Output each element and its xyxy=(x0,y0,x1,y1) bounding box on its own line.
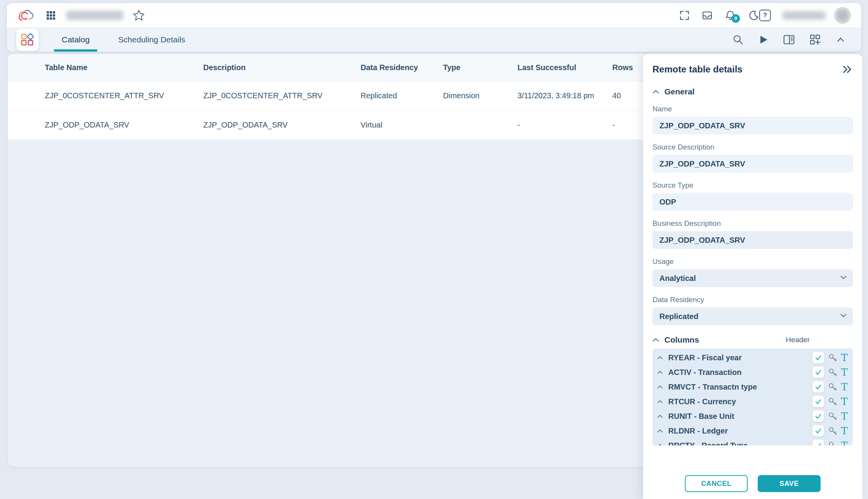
chevron-up-icon[interactable] xyxy=(657,400,663,403)
key-icon[interactable] xyxy=(828,426,838,436)
chevron-down-icon xyxy=(840,313,847,318)
usage-select[interactable]: Analytical xyxy=(652,269,853,287)
help-glyph: ? xyxy=(763,12,767,19)
column-header-description[interactable]: Description xyxy=(203,63,361,72)
column-header-data-residency[interactable]: Data Residency xyxy=(361,63,443,72)
tab-strip: Catalog Scheduling Details xyxy=(54,27,193,52)
header-checkbox-checked[interactable] xyxy=(812,440,824,445)
collapse-panel-double-chevron-icon[interactable] xyxy=(842,64,853,75)
catalog-app-icon xyxy=(21,33,34,46)
panel-title: Remote table details xyxy=(652,64,742,75)
text-type-icon[interactable]: T xyxy=(841,382,848,392)
column-name-label: RRCTY - Record Type xyxy=(668,441,748,446)
active-tab-underline xyxy=(54,49,97,52)
usage-select-value: Analytical xyxy=(659,274,696,283)
add-widget-grid-plus-icon[interactable] xyxy=(809,34,821,45)
column-name-label: RYEAR - Fiscal year xyxy=(668,353,742,362)
cell-description: ZJP_0COSTCENTER_ATTR_SRV xyxy=(203,91,361,100)
column-list-item[interactable]: RLDNR - Ledger T xyxy=(652,423,853,438)
chevron-up-icon[interactable] xyxy=(657,414,663,418)
column-header-type[interactable]: Type xyxy=(443,63,517,72)
notification-count-badge: 0 xyxy=(731,14,740,23)
key-icon[interactable] xyxy=(828,412,838,421)
app-window: 0 ? xyxy=(0,0,868,499)
remote-table-details-panel: Remote table details General Name ZJP_OD… xyxy=(643,54,862,499)
business-description-field[interactable]: ZJP_ODP_ODATA_SRV xyxy=(652,231,853,249)
tab-scheduling-details-label: Scheduling Details xyxy=(118,35,185,44)
help-icon[interactable]: ? xyxy=(759,10,771,21)
text-type-icon[interactable]: T xyxy=(841,440,848,445)
name-field-value: ZJP_ODP_ODATA_SRV xyxy=(659,121,745,130)
chevron-up-icon[interactable] xyxy=(657,444,663,445)
text-type-icon[interactable]: T xyxy=(841,397,848,407)
column-list-item[interactable]: RMVCT - Transactn type T xyxy=(652,380,853,394)
header-checkbox-checked[interactable] xyxy=(812,366,824,378)
chevron-up-icon[interactable] xyxy=(657,385,663,389)
header-checkbox-checked[interactable] xyxy=(812,381,824,393)
run-play-icon[interactable] xyxy=(758,35,769,45)
key-icon[interactable] xyxy=(828,368,838,377)
datasphere-logo[interactable] xyxy=(17,8,35,23)
user-avatar[interactable] xyxy=(834,7,851,24)
text-type-icon[interactable]: T xyxy=(841,411,848,421)
cell-last-successful: 3/11/2023, 3:49:18 pm xyxy=(517,91,612,100)
column-header-table-name[interactable]: Table Name xyxy=(45,63,203,72)
tab-catalog[interactable]: Catalog xyxy=(54,27,97,52)
name-field[interactable]: ZJP_ODP_ODATA_SRV xyxy=(652,117,853,134)
app-grid-icon[interactable] xyxy=(46,11,56,20)
header-checkbox-checked[interactable] xyxy=(812,352,824,363)
text-type-icon[interactable]: T xyxy=(841,353,848,363)
cell-type: Dimension xyxy=(443,91,517,100)
save-button[interactable]: SAVE xyxy=(758,475,821,492)
column-list-item[interactable]: RRCTY - Record Type T xyxy=(652,438,853,445)
tenant-name-redacted xyxy=(66,11,123,20)
chevron-up-icon[interactable] xyxy=(657,370,663,374)
columns-header-column-label: Header xyxy=(786,336,810,344)
search-icon[interactable] xyxy=(732,34,744,45)
header-checkbox-checked[interactable] xyxy=(812,396,824,407)
column-list-item[interactable]: RTCUR - Currency T xyxy=(652,394,853,409)
fullscreen-icon[interactable] xyxy=(679,10,690,21)
tab-scheduling-details[interactable]: Scheduling Details xyxy=(110,27,193,52)
notifications-bell-icon[interactable]: 0 xyxy=(725,10,736,21)
catalog-app-tile[interactable] xyxy=(16,29,39,51)
columns-section-header[interactable]: Columns Header xyxy=(652,335,853,344)
key-icon[interactable] xyxy=(828,382,838,392)
source-description-field-label: Source Description xyxy=(652,143,853,151)
column-list-item[interactable]: ACTIV - Transaction T xyxy=(652,365,853,380)
cell-table-name: ZJP_0COSTCENTER_ATTR_SRV xyxy=(45,91,203,100)
key-icon[interactable] xyxy=(828,397,838,407)
source-description-field[interactable]: ZJP_ODP_ODATA_SRV xyxy=(652,155,853,173)
column-name-label: RTCUR - Currency xyxy=(668,397,736,406)
columns-section-label: Columns xyxy=(664,335,699,344)
data-residency-select[interactable]: Replicated xyxy=(652,307,853,325)
header-checkbox-checked[interactable] xyxy=(812,410,824,422)
collapse-toolbar-chevron-up-icon[interactable] xyxy=(836,35,846,45)
name-field-label: Name xyxy=(652,105,853,113)
business-description-field-value: ZJP_ODP_ODATA_SRV xyxy=(659,236,745,245)
dark-mode-moon-icon[interactable] xyxy=(748,10,759,21)
cell-last-successful: - xyxy=(517,121,612,129)
text-type-icon[interactable]: T xyxy=(841,426,848,436)
column-list-item[interactable]: RYEAR - Fiscal year T xyxy=(652,350,853,365)
key-icon[interactable] xyxy=(828,353,838,363)
column-header-last-successful[interactable]: Last Successful xyxy=(517,63,612,72)
cell-data-residency: Virtual xyxy=(361,121,443,129)
text-type-icon[interactable]: T xyxy=(841,367,848,377)
inbox-icon[interactable] xyxy=(701,10,713,21)
cancel-button[interactable]: CANCEL xyxy=(685,475,748,492)
page-toolbar: Catalog Scheduling Details xyxy=(7,27,861,52)
general-section-header[interactable]: General xyxy=(652,87,853,96)
source-type-field: ODP xyxy=(652,193,853,211)
favorite-star-icon[interactable] xyxy=(133,9,145,22)
column-name-label: RUNIT - Base Unit xyxy=(668,412,734,421)
details-panel-toggle-icon[interactable] xyxy=(783,34,795,45)
chevron-up-icon[interactable] xyxy=(657,429,663,433)
chevron-up-icon[interactable] xyxy=(657,356,663,360)
header-checkbox-checked[interactable] xyxy=(812,425,824,437)
chevron-up-icon xyxy=(652,338,659,342)
chevron-down-icon xyxy=(840,275,847,280)
key-icon[interactable] xyxy=(828,441,838,446)
column-list-item[interactable]: RUNIT - Base Unit T xyxy=(652,409,853,423)
business-description-field-label: Business Description xyxy=(652,219,853,228)
